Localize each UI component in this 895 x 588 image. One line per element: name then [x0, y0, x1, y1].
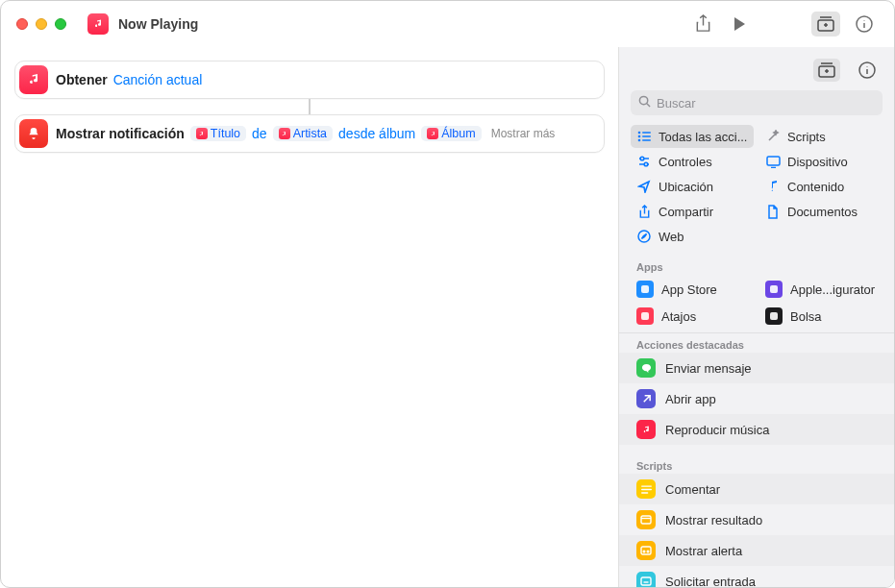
svg-rect-15: [641, 285, 649, 293]
svg-point-7: [638, 135, 641, 138]
action-row-label: Enviar mensaje: [665, 361, 752, 376]
svg-rect-10: [642, 139, 651, 141]
action-row-label: Mostrar resultado: [665, 513, 762, 527]
word-desde-album: desde álbum: [338, 126, 415, 141]
category-sliders[interactable]: Controles: [631, 150, 754, 173]
token-artist[interactable]: Artista: [273, 126, 333, 142]
category-safari[interactable]: Web: [631, 225, 754, 248]
word-de: de: [252, 126, 267, 141]
svg-point-12: [644, 162, 648, 166]
section-scripts: Scripts: [619, 454, 894, 474]
app-label: Atajos: [661, 309, 696, 324]
search-field[interactable]: [631, 90, 883, 115]
music-note-icon: [765, 179, 781, 194]
minimize-window-button[interactable]: [36, 18, 47, 30]
svg-rect-26: [641, 577, 651, 585]
open-icon: [636, 389, 656, 408]
action-row[interactable]: Solicitar entrada: [619, 566, 894, 587]
action-param[interactable]: Canción actual: [113, 72, 203, 87]
run-button[interactable]: [725, 12, 754, 37]
svg-rect-23: [641, 547, 651, 554]
app-label: Apple...igurator: [790, 282, 875, 297]
action-label: Obtener: [56, 72, 108, 87]
display-icon: [765, 154, 781, 169]
app-label: App Store: [661, 282, 717, 297]
svg-point-5: [638, 132, 641, 135]
svg-rect-6: [642, 132, 651, 134]
fullscreen-window-button[interactable]: [55, 18, 66, 30]
music-icon: [636, 420, 656, 439]
action-row[interactable]: Comentar: [619, 474, 894, 504]
library-button[interactable]: [811, 12, 840, 37]
svg-rect-8: [642, 135, 651, 137]
category-share[interactable]: Compartir: [631, 200, 754, 223]
app-item[interactable]: App Store: [631, 277, 754, 302]
svg-rect-16: [770, 285, 778, 293]
location-icon: [636, 179, 652, 194]
app-item[interactable]: Bolsa: [759, 304, 883, 329]
library-tab-info[interactable]: [854, 59, 881, 82]
share-button[interactable]: [688, 12, 717, 37]
token-title[interactable]: Título: [190, 126, 246, 142]
app-icon: [765, 307, 783, 325]
category-label: Dispositivo: [787, 155, 848, 169]
category-list[interactable]: Todas las acci...: [631, 125, 754, 148]
app-item[interactable]: Atajos: [631, 304, 754, 329]
action-row[interactable]: Reproducir música: [619, 414, 894, 445]
category-wand[interactable]: Scripts: [759, 125, 883, 148]
search-icon: [638, 94, 651, 111]
connector: [309, 99, 311, 114]
eye-icon: [636, 510, 656, 529]
svg-point-9: [638, 139, 641, 142]
section-apps: Apps: [619, 256, 894, 275]
action-show-notification[interactable]: Mostrar notificación Título de Artista d…: [14, 114, 605, 153]
info-button[interactable]: [850, 12, 879, 37]
list-icon: [636, 129, 652, 144]
workflow-canvas[interactable]: Obtener Canción actual Mostrar notificac…: [1, 47, 618, 587]
action-row[interactable]: Mostrar alerta: [619, 535, 894, 566]
svg-point-4: [639, 96, 647, 104]
action-row[interactable]: Abrir app: [619, 383, 894, 414]
action-row-label: Reproducir música: [665, 423, 769, 437]
svg-point-24: [643, 551, 645, 552]
bell-icon: [19, 119, 48, 148]
svg-rect-13: [767, 157, 780, 165]
share-icon: [636, 204, 652, 219]
show-more-button[interactable]: Mostrar más: [491, 127, 556, 140]
svg-rect-20: [641, 488, 652, 489]
category-doc[interactable]: Documentos: [759, 200, 883, 223]
category-location[interactable]: Ubicación: [631, 175, 754, 198]
svg-rect-19: [641, 485, 652, 486]
section-featured: Acciones destacadas: [619, 333, 894, 353]
svg-rect-21: [641, 492, 648, 493]
action-row[interactable]: Enviar mensaje: [619, 353, 894, 383]
action-get-current-song[interactable]: Obtener Canción actual: [14, 61, 605, 99]
action-row-label: Abrir app: [665, 392, 716, 406]
search-input[interactable]: [657, 96, 875, 110]
category-label: Scripts: [787, 130, 826, 144]
action-row[interactable]: Mostrar resultado: [619, 504, 894, 535]
library-tab-actions[interactable]: [813, 59, 840, 82]
doc-icon: [765, 204, 781, 219]
message-icon: [636, 358, 656, 378]
token-album[interactable]: Álbum: [421, 126, 481, 142]
category-label: Documentos: [787, 205, 858, 219]
app-icon: [765, 281, 783, 298]
category-label: Ubicación: [659, 180, 713, 194]
category-label: Controles: [659, 155, 712, 169]
category-music-note[interactable]: Contenido: [759, 175, 883, 198]
titlebar: Now Playing: [1, 1, 894, 47]
alert-icon: [636, 541, 656, 560]
category-label: Web: [659, 230, 684, 244]
app-icon: [636, 307, 654, 325]
action-row-label: Comentar: [665, 482, 720, 497]
app-item[interactable]: Apple...igurator: [759, 277, 883, 302]
wand-icon: [765, 129, 781, 144]
category-label: Contenido: [787, 180, 844, 194]
input-icon: [636, 572, 656, 587]
svg-rect-17: [641, 312, 649, 320]
category-display[interactable]: Dispositivo: [759, 150, 883, 173]
svg-point-11: [640, 157, 644, 160]
close-window-button[interactable]: [16, 18, 28, 30]
sliders-icon: [636, 154, 652, 169]
